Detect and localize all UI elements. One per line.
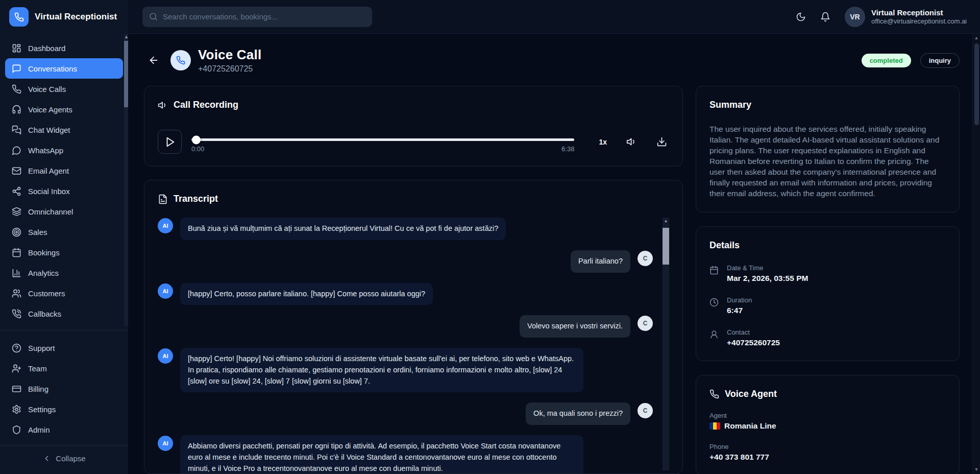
chevron-left-icon	[42, 454, 51, 463]
collapse-label: Collapse	[56, 454, 85, 463]
transcript-scrollbar-thumb[interactable]	[663, 228, 669, 265]
sidebar: Virtual Receptionist DashboardConversati…	[0, 0, 128, 474]
sidebar-item-label: Voice Calls	[28, 85, 66, 93]
sidebar-item-admin[interactable]: Admin	[5, 419, 123, 440]
sidebar-item-label: Admin	[28, 425, 50, 434]
caller-avatar: C	[638, 316, 653, 331]
scroll-up-icon[interactable]: ▲	[124, 35, 128, 39]
message-bubble: Bună ziua și vă mulțumim că ați sunat la…	[180, 218, 506, 240]
sidebar-item-label: Voice Agents	[28, 105, 72, 114]
play-icon	[164, 136, 176, 148]
sidebar-item-label: Sales	[28, 228, 47, 236]
playback-speed-button[interactable]: 1x	[599, 138, 607, 146]
topbar-right: VR Virtual Receptionist office@virtualre…	[796, 7, 967, 27]
scroll-up-icon[interactable]: ▲	[663, 218, 669, 224]
call-recording-title: Call Recording	[174, 100, 238, 110]
sidebar-item-label: Conversations	[28, 64, 77, 73]
sidebar-item-email-agent[interactable]: Email Agent	[5, 160, 123, 181]
agent-phone-row: Phone +40 373 801 777	[709, 443, 946, 462]
detail-label: Date & Time	[727, 264, 808, 272]
sidebar-item-label: Social Inbox	[28, 187, 70, 196]
sidebar-item-settings[interactable]: Settings	[5, 399, 123, 419]
scroll-down-icon[interactable]: ▼	[973, 466, 980, 473]
sidebar-item-label: Analytics	[28, 269, 59, 277]
sidebar-item-customers[interactable]: Customers	[5, 283, 123, 303]
speaker-icon	[158, 100, 168, 110]
agent-name-text: Romania Line	[724, 421, 776, 431]
badges: completedinquiry	[862, 53, 960, 68]
page-title: Voice Call	[198, 47, 261, 63]
current-time: 0:00	[191, 145, 204, 153]
sidebar-item-label: Chat Widget	[28, 126, 70, 134]
details-rows: Date & TimeMar 2, 2026, 03:55 PMDuration…	[709, 264, 946, 347]
agent-label: Agent	[709, 412, 946, 419]
sidebar-item-social-inbox[interactable]: Social Inbox	[5, 181, 123, 201]
sidebar-item-chat-widget[interactable]: Chat Widget	[5, 120, 123, 140]
voice-agent-title: Voice Agent	[725, 389, 777, 399]
message-bubble: Ok, ma quali sono i prezzi?	[526, 402, 630, 425]
sidebar-item-support[interactable]: Support	[5, 338, 123, 358]
user-message-row: Parli italiano?C	[158, 250, 653, 273]
sidebar-footer: Collapse	[0, 445, 128, 474]
calendar-icon	[12, 248, 21, 257]
detail-value: Mar 2, 2026, 03:55 PM	[727, 274, 808, 283]
volume-button[interactable]	[626, 136, 637, 147]
sidebar-item-conversations[interactable]: Conversations	[5, 58, 123, 79]
search-input[interactable]	[163, 12, 365, 21]
back-button[interactable]	[148, 55, 159, 66]
agent-phone-number: +40 373 801 777	[709, 453, 946, 462]
transcript-scrollbar[interactable]: ▲	[663, 218, 669, 470]
page-scrollbar-thumb[interactable]	[974, 43, 979, 125]
sidebar-scrollbar-thumb[interactable]	[124, 41, 128, 107]
sidebar-item-dashboard[interactable]: Dashboard	[5, 38, 123, 58]
seek-slider-thumb[interactable]	[192, 135, 201, 144]
play-button[interactable]	[158, 130, 182, 154]
message-bubble: Abbiamo diversi pacchetti, pensati per o…	[180, 435, 583, 473]
ai-message-row: AIAbbiamo diversi pacchetti, pensati per…	[158, 435, 653, 473]
download-button[interactable]	[656, 136, 667, 147]
detail-row-date-time: Date & TimeMar 2, 2026, 03:55 PM	[709, 264, 946, 283]
search-box[interactable]	[142, 7, 372, 27]
phone-icon	[176, 56, 185, 65]
user-message-row: Volevo sapere i vostri servizi.C	[158, 315, 653, 338]
sidebar-item-label: Billing	[28, 385, 48, 393]
sidebar-item-callbacks[interactable]: Callbacks	[5, 303, 123, 324]
scroll-up-icon[interactable]: ▲	[973, 34, 980, 41]
sidebar-item-team[interactable]: Team	[5, 358, 123, 378]
phone-icon	[709, 389, 719, 399]
dark-mode-toggle[interactable]	[796, 12, 806, 22]
sidebar-item-voice-agents[interactable]: Voice Agents	[5, 99, 123, 120]
romania-flag-icon	[709, 422, 720, 430]
sidebar-item-billing[interactable]: Billing	[5, 378, 123, 399]
page-scrollbar[interactable]: ▲ ▼	[972, 34, 980, 474]
ai-message-row: AI[happy] Certo! [happy] Noi offriamo so…	[158, 348, 653, 392]
notifications-button[interactable]	[820, 12, 830, 22]
user-menu[interactable]: VR Virtual Receptionist office@virtualre…	[845, 7, 967, 27]
transcript-header: Transcript	[158, 194, 669, 204]
sidebar-item-whatsapp[interactable]: WhatsApp	[5, 140, 123, 160]
voice-agent-header: Voice Agent	[709, 389, 946, 399]
sidebar-item-omnichannel[interactable]: Omnichannel	[5, 201, 123, 222]
page-header: Voice Call +40725260725 completedinquiry	[148, 47, 960, 74]
sidebar-item-bookings[interactable]: Bookings	[5, 242, 123, 263]
seek-slider[interactable]	[191, 138, 574, 141]
message-bubble: [happy] Certo, posso parlare italiano. […	[180, 283, 433, 305]
sidebar-item-label: Omnichannel	[28, 207, 73, 216]
phone-icon	[14, 12, 24, 22]
sidebar-scrollbar[interactable]: ▲	[124, 34, 128, 326]
layers-icon	[12, 207, 21, 217]
brand-name: Virtual Receptionist	[35, 12, 117, 22]
message-bubble: Volevo sapere i vostri servizi.	[520, 315, 630, 338]
sidebar-nav-secondary: SupportTeamBillingSettingsAdmin	[0, 334, 128, 440]
detail-value: +40725260725	[727, 338, 780, 347]
avatar: VR	[845, 7, 865, 27]
sidebar-item-sales[interactable]: Sales	[5, 222, 123, 242]
collapse-button[interactable]: Collapse	[42, 454, 85, 463]
call-phone-icon	[170, 50, 191, 70]
sidebar-item-analytics[interactable]: Analytics	[5, 263, 123, 283]
brand[interactable]: Virtual Receptionist	[0, 0, 128, 34]
sidebar-nav-primary: DashboardConversationsVoice CallsVoice A…	[0, 34, 128, 324]
download-icon	[656, 136, 667, 147]
detail-value: 6:47	[727, 306, 752, 315]
sidebar-item-voice-calls[interactable]: Voice Calls	[5, 79, 123, 99]
